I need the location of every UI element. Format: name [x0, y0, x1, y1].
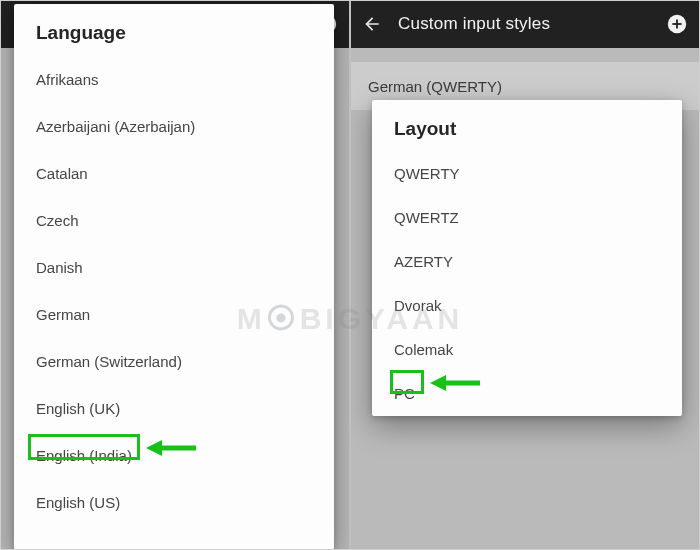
right-screenshot: Custom input styles German (QWERTY) Layo…: [350, 0, 700, 550]
layout-item[interactable]: AZERTY: [372, 240, 682, 284]
language-list: Afrikaans Azerbaijani (Azerbaijan) Catal…: [14, 54, 334, 534]
language-dialog: Language Afrikaans Azerbaijani (Azerbaij…: [14, 4, 334, 550]
add-button-right[interactable]: [660, 13, 688, 35]
language-item[interactable]: German (Switzerland): [14, 338, 334, 385]
layout-dialog-title: Layout: [372, 100, 682, 150]
layout-list: QWERTY QWERTZ AZERTY Dvorak Colemak PC: [372, 150, 682, 424]
back-arrow-icon: [362, 14, 382, 34]
language-item[interactable]: Catalan: [14, 150, 334, 197]
layout-item[interactable]: PC: [372, 372, 682, 416]
back-button[interactable]: [362, 14, 390, 34]
plus-circle-icon: [666, 13, 688, 35]
layout-item[interactable]: QWERTY: [372, 152, 682, 196]
panel-separator: [349, 0, 351, 550]
layout-item[interactable]: Colemak: [372, 328, 682, 372]
language-item[interactable]: Czech: [14, 197, 334, 244]
language-item[interactable]: Danish: [14, 244, 334, 291]
language-item[interactable]: English (India): [14, 432, 334, 479]
layout-item[interactable]: QWERTZ: [372, 196, 682, 240]
language-item[interactable]: English (UK): [14, 385, 334, 432]
appbar-right: Custom input styles: [350, 0, 700, 48]
language-item[interactable]: Azerbaijani (Azerbaijan): [14, 103, 334, 150]
language-item[interactable]: Afrikaans: [14, 56, 334, 103]
layout-item[interactable]: Dvorak: [372, 284, 682, 328]
language-item[interactable]: English (US): [14, 479, 334, 526]
layout-dialog: Layout QWERTY QWERTZ AZERTY Dvorak Colem…: [372, 100, 682, 416]
left-screenshot: Language Afrikaans Azerbaijani (Azerbaij…: [0, 0, 350, 550]
appbar-title-right: Custom input styles: [390, 14, 660, 34]
language-item[interactable]: German: [14, 291, 334, 338]
language-dialog-title: Language: [14, 4, 334, 54]
